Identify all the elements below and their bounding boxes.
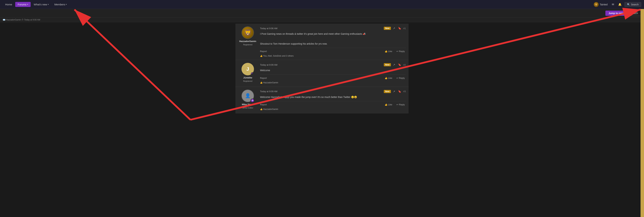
nav-right: 🦁 Tainted ✉ 🔔 🔍 Search	[592, 2, 641, 8]
post-3-likes-text: 👍 HazzadorGamin	[260, 108, 278, 111]
post-2-bookmark-button[interactable]: 🔖	[397, 63, 402, 67]
post-3-body: Today at 9:09 AM New ↗ 🔖 #3 Welcome Hazz…	[260, 89, 406, 111]
jump-to-new-label: Jump to new	[608, 12, 624, 15]
nav-mail-button[interactable]: ✉	[610, 2, 616, 7]
post-3-time: Today at 9:09 AM	[260, 90, 277, 93]
nav-user-label: Tainted	[600, 3, 608, 6]
reply-icon-3: ↩	[396, 103, 398, 106]
post-2-reply-button[interactable]: ↩ Reply	[396, 76, 406, 80]
post-1-actions-top: New ↗ 🔖 #1	[384, 26, 406, 30]
post-2-num: #2	[403, 64, 406, 66]
post-2-share-button[interactable]: ↗	[392, 63, 396, 67]
post-3-line-1: Welcome Hazzador! Happy you made the jum…	[260, 95, 406, 99]
like-icon-3: 👍	[385, 103, 388, 106]
subheader: Jump to new Watch	[0, 9, 644, 18]
jump-to-new-button[interactable]: Jump to new	[606, 11, 626, 16]
forums-chevron-icon: ▾	[27, 3, 28, 6]
post-3-sidebar: 👤 ⚙ Mike Straw Senior Editor	[238, 89, 257, 111]
post-3-report-link[interactable]: Report	[260, 103, 267, 106]
navbar: Home Forums ▾ What's new ▾ Members ▾ 🦁 T…	[0, 0, 644, 9]
post-3-username: Mike Straw	[242, 103, 254, 106]
post-1-likes-text: 👍 You, Abel, SoloDolo and 3 others	[260, 55, 294, 57]
post-1-sidebar: 🦁 HazzadorGamin Registered	[238, 26, 257, 57]
nav-user-avatar: 🦁	[594, 2, 599, 7]
post-1-line-1: I Post Gaming news on threads & twitter …	[260, 32, 406, 36]
post-1-footer: Report 👍 Like ↩ Reply	[260, 49, 406, 53]
post-1-role: Registered	[243, 44, 252, 46]
jimbob-avatar-badge: 🟢	[251, 72, 254, 75]
post-3-reply-button[interactable]: ↩ Reply	[396, 102, 406, 106]
nav-whats-new[interactable]: What's new ▾	[31, 2, 51, 7]
main-content: 🦁 HazzadorGamin Registered Today at 9:06…	[236, 22, 408, 115]
prev-post-time: Today at 9:00 AM	[24, 19, 40, 21]
reply-icon: ↩	[396, 50, 398, 53]
post-2-sidebar: J 🟢 J1mb0w Registered	[238, 63, 257, 84]
search-icon: 🔍	[627, 3, 630, 6]
post-1-avatar: 🦁	[242, 26, 254, 39]
mail-icon: ✉	[612, 3, 614, 6]
post-1-num: #1	[403, 27, 406, 30]
post-2-role: Registered	[243, 80, 252, 82]
post-1-share-button[interactable]: ↗	[392, 26, 396, 30]
post-1-reactions: 👍 Like ↩ Reply	[384, 49, 406, 53]
nav-members[interactable]: Members ▾	[52, 2, 70, 7]
nav-bell-button[interactable]: 🔔	[617, 2, 623, 7]
reply-icon-2: ↩	[396, 77, 398, 79]
post-3-like-button[interactable]: 👍 Like	[384, 102, 393, 106]
nav-members-label: Members	[54, 3, 65, 6]
post-2-time: Today at 9:09 AM	[260, 64, 277, 66]
members-chevron-icon: ▾	[66, 3, 67, 6]
post-1-report-link[interactable]: Report	[260, 50, 267, 53]
post-2-new-badge: New	[384, 63, 391, 66]
post-2-footer: Report 👍 Like ↩ Reply	[260, 76, 406, 80]
post-1-time: Today at 9:06 AM	[260, 27, 277, 30]
post-2-like-button[interactable]: 👍 Like	[384, 76, 393, 80]
mikestraw-avatar-badge: ⚙	[250, 99, 254, 102]
prev-post-username: HazzadorGamin	[6, 19, 21, 21]
post-3-bookmark-button[interactable]: 🔖	[397, 89, 402, 93]
post-2-report-link[interactable]: Report	[260, 77, 267, 79]
nav-user-profile[interactable]: 🦁 Tainted	[592, 2, 609, 8]
post-2-body: Today at 9:09 AM New ↗ 🔖 #2 Welcome Repo…	[260, 63, 406, 84]
post-1: 🦁 HazzadorGamin Registered Today at 9:06…	[236, 24, 408, 60]
post-1-bookmark-button[interactable]: 🔖	[397, 26, 402, 30]
post-3-reply-label: Reply	[399, 103, 405, 106]
post-3-footer: Report 👍 Like ↩ Reply	[260, 102, 406, 106]
post-3-actions-top: New ↗ 🔖 #3	[384, 89, 406, 93]
post-2-reactions: 👍 Like ↩ Reply	[384, 76, 406, 80]
post-3-separator	[260, 101, 406, 101]
post-2-content: Welcome	[260, 68, 406, 72]
whats-new-chevron-icon: ▾	[48, 3, 49, 6]
post-1-like-label: Like	[388, 50, 392, 53]
post-3-share-button[interactable]: ↗	[392, 89, 396, 93]
post-1-header: Today at 9:06 AM New ↗ 🔖 #1	[260, 26, 406, 30]
jimbob-avatar-letter: J	[246, 66, 249, 72]
post-2-line-1: Welcome	[260, 68, 406, 72]
post-2: J 🟢 J1mb0w Registered Today at 9:09 AM N…	[236, 60, 408, 87]
post-3: 👤 ⚙ Mike Straw Senior Editor Today at 9:…	[236, 87, 408, 113]
post-3-like-label: Like	[388, 103, 392, 106]
post-3-content: Welcome Hazzador! Happy you made the jum…	[260, 95, 406, 99]
post-3-new-badge: New	[384, 90, 391, 93]
post-3-num: #3	[403, 90, 406, 93]
like-icon-2: 👍	[385, 77, 388, 79]
nav-search-button[interactable]: 🔍 Search	[624, 2, 641, 7]
nav-forums[interactable]: Forums ▾	[15, 2, 31, 7]
post-2-likes-text: 👍 HazzadorGamin	[260, 81, 278, 84]
post-1-username: HazzadorGamin	[239, 40, 256, 43]
post-2-reply-label: Reply	[399, 77, 405, 79]
nav-forums-label: Forums	[18, 3, 26, 6]
nav-home[interactable]: Home	[3, 2, 14, 7]
post-1-line-3: Shoutout to Tom Henderson supporting his…	[260, 42, 406, 46]
post-2-like-label: Like	[388, 77, 392, 79]
post-3-header: Today at 9:09 AM New ↗ 🔖 #3	[260, 89, 406, 93]
prev-post-header: 📧 HazzadorGamin ⏱ Today at 9:00 AM	[0, 18, 644, 22]
post-1-reply-button[interactable]: ↩ Reply	[396, 49, 406, 53]
hazzador-avatar-img: 🦁	[242, 27, 254, 39]
post-2-avatar: J 🟢	[242, 63, 254, 75]
nav-whats-new-label: What's new	[34, 3, 47, 6]
post-1-like-button[interactable]: 👍 Like	[384, 49, 393, 53]
watch-button[interactable]: Watch	[628, 11, 641, 16]
sidebar-panel	[640, 0, 644, 217]
post-1-content: I Post Gaming news on threads & twitter …	[260, 32, 406, 46]
